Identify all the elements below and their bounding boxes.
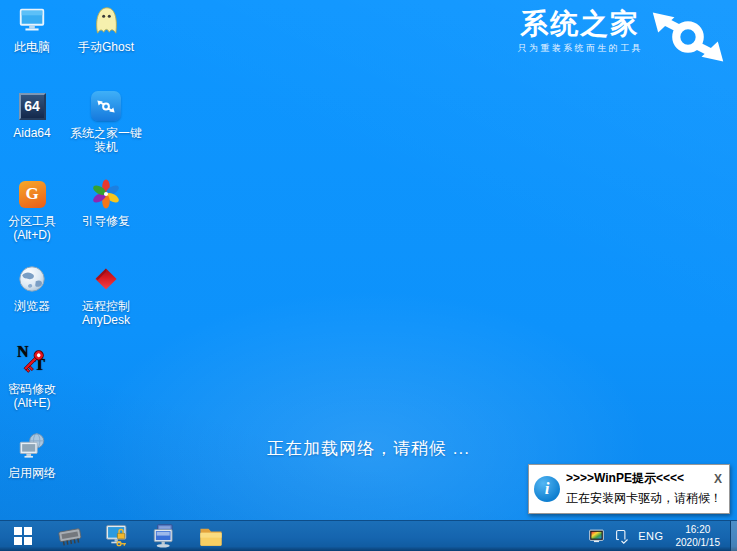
icon-label: 引导修复: [82, 214, 130, 228]
ram-chip-icon: [56, 523, 84, 549]
folder-icon: [198, 523, 224, 549]
windows-logo-icon: [14, 527, 32, 545]
this-pc-icon: [16, 4, 48, 36]
clock-time: 16:20: [676, 523, 721, 537]
loading-status-text: 正在加载网络，请稍候 ...: [0, 437, 737, 460]
tray-display-button[interactable]: [588, 528, 605, 545]
language-indicator[interactable]: ENG: [638, 530, 663, 542]
desktop-icon-manual-ghost[interactable]: 手动Ghost: [66, 4, 146, 54]
taskbar-file-explorer-button[interactable]: [187, 521, 234, 551]
globe-icon: [16, 263, 48, 295]
desktop-icon-syshome-installer[interactable]: 系统之家一键 装机: [66, 90, 146, 155]
desktop-icon-boot-repair[interactable]: 引导修复: [66, 178, 146, 228]
info-icon: i: [534, 476, 560, 502]
clock-date: 2020/1/15: [676, 536, 721, 550]
desktop-icon-aida64[interactable]: 64 Aida64: [0, 90, 64, 140]
system-tray: ENG 16:20 2020/1/15: [588, 521, 737, 551]
icon-label: 浏览器: [14, 299, 50, 313]
tray-usb-button[interactable]: [614, 528, 629, 545]
icon-label: 分区工具 (Alt+D): [8, 214, 56, 243]
anydesk-diamond-icon: [90, 263, 122, 295]
icon-label: Aida64: [13, 126, 50, 140]
ghost-icon: [90, 4, 122, 36]
icon-label: 手动Ghost: [78, 40, 134, 54]
brand-title: 系统之家: [520, 8, 640, 40]
brand-subtitle: 只为重装系统而生的工具: [518, 42, 643, 55]
desktop-icon-partition-tool[interactable]: G 分区工具 (Alt+D): [0, 178, 64, 243]
brand-logo: 系统之家 只为重装系统而生的工具: [518, 8, 729, 65]
icon-label: 密码修改 (Alt+E): [8, 382, 56, 411]
icon-label: 此电脑: [14, 40, 50, 54]
clock[interactable]: 16:20 2020/1/15: [676, 523, 721, 550]
show-desktop-button[interactable]: [730, 521, 737, 551]
usb-eject-icon: [614, 528, 629, 545]
diskgenius-icon: G: [16, 178, 48, 210]
winpe-desktop: 此电脑 手动Ghost 64 Aida64: [0, 0, 737, 551]
balloon-title: >>>>WinPE提示<<<<: [566, 470, 684, 487]
desktop-icon-password-reset[interactable]: N T 密码修改 (Alt+E): [0, 346, 64, 411]
syshome-swirl-icon: [90, 90, 122, 122]
aida64-icon: 64: [16, 90, 48, 122]
diskgenius-badge: G: [19, 181, 46, 208]
start-button[interactable]: [0, 521, 46, 551]
aida64-badge: 64: [19, 93, 46, 120]
desktop-icon-browser[interactable]: 浏览器: [0, 263, 64, 313]
desktop-icon-anydesk[interactable]: 远程控制 AnyDesk: [66, 263, 146, 328]
icon-label: 远程控制 AnyDesk: [82, 299, 130, 328]
taskbar-remote-computer-button[interactable]: [140, 521, 187, 551]
taskbar-lock-screen-button[interactable]: [93, 521, 140, 551]
pinwheel-icon: [90, 178, 122, 210]
notification-balloon: i >>>>WinPE提示<<<< X 正在安装网卡驱动，请稍候！: [528, 464, 730, 514]
icon-label: 启用网络: [8, 466, 56, 480]
icon-label: 系统之家一键 装机: [70, 126, 142, 155]
balloon-body: 正在安装网卡驱动，请稍候！: [566, 490, 722, 507]
brand-swirl-icon: [647, 9, 729, 65]
computer-icon: [151, 523, 177, 549]
display-settings-icon: [588, 528, 605, 545]
taskbar: ENG 16:20 2020/1/15: [0, 520, 737, 551]
close-icon[interactable]: X: [714, 473, 722, 485]
monitor-lock-icon: [104, 523, 130, 549]
nt-password-key-icon: N T: [16, 346, 48, 378]
taskbar-ram-tool-button[interactable]: [46, 521, 93, 551]
desktop-icon-this-pc[interactable]: 此电脑: [0, 4, 64, 54]
